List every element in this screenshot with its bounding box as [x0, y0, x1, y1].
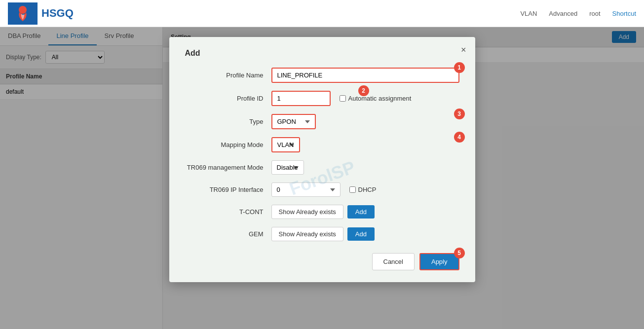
gem-add-button[interactable]: Add: [347, 227, 375, 241]
type-select[interactable]: GPON EPON 10G-EPON: [271, 114, 316, 129]
mapping-mode-row: Mapping Mode VLAN GEM TLS 4: [185, 137, 459, 152]
modal-overlay: ForolSP Add × Profile Name 1 Profile ID: [0, 27, 644, 329]
tr069-mode-row: TR069 management Mode Disable Enable: [185, 160, 459, 175]
tcont-label: T-CONT: [185, 208, 271, 216]
badge-4: 4: [454, 132, 465, 143]
logo-box: [8, 2, 38, 25]
profile-name-label: Profile Name: [185, 72, 271, 79]
logo-icon: [15, 5, 30, 22]
nav-advanced[interactable]: Advanced: [549, 10, 577, 17]
badge-2: 2: [358, 85, 369, 96]
tcont-add-button[interactable]: Add: [347, 205, 375, 219]
logo-text: HSGQ: [41, 7, 74, 20]
auto-assign-checkbox[interactable]: [340, 95, 346, 102]
badge-3: 3: [454, 109, 465, 119]
tr069-mode-label: TR069 management Mode: [185, 164, 271, 171]
svg-point-0: [19, 6, 27, 14]
mapping-mode-label: Mapping Mode: [185, 141, 271, 148]
type-label: Type: [185, 118, 271, 125]
dhcp-label: DHCP: [349, 186, 377, 193]
cancel-button[interactable]: Cancel: [372, 253, 415, 270]
profile-name-row: Profile Name 1: [185, 68, 459, 83]
tr069-mode-select[interactable]: Disable Enable: [271, 160, 304, 175]
mapping-mode-select[interactable]: VLAN GEM TLS: [271, 137, 300, 152]
auto-assign-label: Automatic assignment: [340, 95, 412, 102]
profile-id-row: Profile ID 2 Automatic assignment: [185, 91, 459, 106]
modal-close-button[interactable]: ×: [461, 45, 466, 55]
dhcp-checkbox[interactable]: [349, 186, 356, 193]
logo-area: HSGQ: [8, 2, 171, 25]
apply-button[interactable]: Apply: [419, 253, 459, 270]
modal-footer: Cancel Apply 5: [185, 253, 459, 270]
nav-vlan[interactable]: VLAN: [520, 10, 537, 17]
profile-name-input[interactable]: [271, 68, 459, 83]
gem-show-exists-button[interactable]: Show Already exists: [271, 227, 343, 241]
badge-1: 1: [454, 62, 465, 73]
tr069-ip-row: TR069 IP Interface 0 1 2 DHCP: [185, 183, 459, 197]
top-nav: HSGQ VLAN Advanced root Shortcut: [0, 0, 644, 27]
nav-root[interactable]: root: [589, 10, 600, 17]
bg-content: DBA Profile Line Profile Srv Profile Dis…: [0, 27, 644, 329]
profile-id-label: Profile ID: [185, 95, 271, 102]
tr069-ip-label: TR069 IP Interface: [185, 186, 271, 193]
gem-row: GEM Show Already exists Add: [185, 227, 459, 241]
badge-5: 5: [454, 248, 465, 258]
profile-id-input[interactable]: [271, 91, 331, 106]
modal-title: Add: [185, 49, 459, 58]
tcont-show-exists-button[interactable]: Show Already exists: [271, 205, 343, 219]
nav-shortcut[interactable]: Shortcut: [612, 10, 636, 17]
gem-label: GEM: [185, 230, 271, 238]
tr069-ip-select[interactable]: 0 1 2: [271, 183, 341, 197]
tcont-row: T-CONT Show Already exists Add: [185, 205, 459, 219]
modal-dialog: Add × Profile Name 1 Profile ID: [169, 37, 475, 282]
type-row: Type GPON EPON 10G-EPON 3: [185, 114, 459, 129]
nav-links: VLAN Advanced root Shortcut: [520, 10, 636, 17]
